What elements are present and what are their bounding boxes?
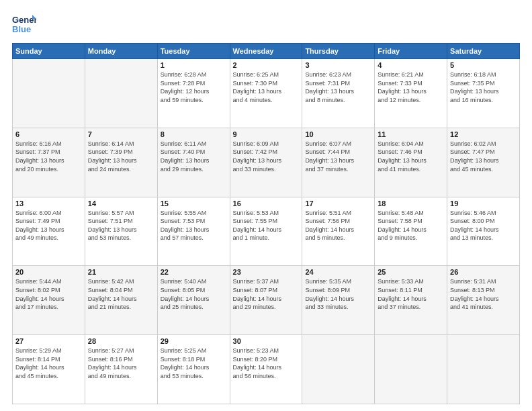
day-detail: Sunrise: 6:16 AM Sunset: 7:37 PM Dayligh…	[15, 140, 82, 173]
day-detail: Sunrise: 5:55 AM Sunset: 7:53 PM Dayligh…	[161, 209, 227, 242]
day-detail: Sunrise: 6:14 AM Sunset: 7:39 PM Dayligh…	[88, 140, 154, 173]
day-detail: Sunrise: 5:40 AM Sunset: 8:05 PM Dayligh…	[161, 277, 227, 311]
day-number: 15	[161, 199, 227, 208]
day-number: 19	[450, 199, 517, 208]
day-number: 24	[305, 268, 371, 276]
day-detail: Sunrise: 5:35 AM Sunset: 8:09 PM Dayligh…	[305, 277, 371, 311]
header: General Blue	[12, 12, 520, 36]
day-detail: Sunrise: 5:29 AM Sunset: 8:14 PM Dayligh…	[15, 347, 82, 380]
calendar-cell: 15Sunrise: 5:55 AM Sunset: 7:53 PM Dayli…	[157, 197, 230, 266]
day-detail: Sunrise: 6:02 AM Sunset: 7:47 PM Dayligh…	[450, 140, 517, 173]
day-number: 21	[88, 268, 154, 276]
calendar-cell: 11Sunrise: 6:04 AM Sunset: 7:46 PM Dayli…	[375, 128, 447, 197]
day-number: 8	[161, 130, 227, 138]
calendar-cell: 25Sunrise: 5:33 AM Sunset: 8:11 PM Dayli…	[375, 266, 447, 335]
calendar-cell: 30Sunrise: 5:23 AM Sunset: 8:20 PM Dayli…	[230, 335, 302, 404]
day-number: 12	[450, 130, 517, 138]
calendar-cell: 18Sunrise: 5:48 AM Sunset: 7:58 PM Dayli…	[375, 197, 447, 266]
calendar-cell: 2Sunrise: 6:25 AM Sunset: 7:30 PM Daylig…	[230, 59, 302, 128]
calendar-cell: 4Sunrise: 6:21 AM Sunset: 7:33 PM Daylig…	[375, 59, 447, 128]
calendar-cell: 19Sunrise: 5:46 AM Sunset: 8:00 PM Dayli…	[447, 197, 520, 266]
day-detail: Sunrise: 5:37 AM Sunset: 8:07 PM Dayligh…	[233, 277, 300, 311]
calendar-cell: 24Sunrise: 5:35 AM Sunset: 8:09 PM Dayli…	[302, 266, 375, 335]
day-number: 22	[161, 268, 227, 276]
day-detail: Sunrise: 6:23 AM Sunset: 7:31 PM Dayligh…	[305, 71, 371, 104]
calendar-week-row: 6Sunrise: 6:16 AM Sunset: 7:37 PM Daylig…	[13, 128, 520, 197]
day-detail: Sunrise: 5:46 AM Sunset: 8:00 PM Dayligh…	[450, 209, 517, 242]
calendar-cell	[85, 59, 157, 128]
calendar-cell	[375, 335, 447, 404]
day-detail: Sunrise: 5:48 AM Sunset: 7:58 PM Dayligh…	[378, 209, 444, 242]
day-detail: Sunrise: 5:57 AM Sunset: 7:51 PM Dayligh…	[88, 209, 154, 242]
calendar-cell	[13, 59, 85, 128]
day-number: 26	[450, 268, 517, 276]
day-detail: Sunrise: 6:00 AM Sunset: 7:49 PM Dayligh…	[15, 209, 82, 242]
day-number: 2	[233, 61, 300, 69]
calendar-cell	[302, 335, 375, 404]
day-number: 29	[161, 337, 227, 345]
calendar-cell: 13Sunrise: 6:00 AM Sunset: 7:49 PM Dayli…	[13, 197, 85, 266]
page-container: General Blue SundayMondayTuesdayWednesda…	[0, 0, 532, 411]
calendar-cell: 12Sunrise: 6:02 AM Sunset: 7:47 PM Dayli…	[447, 128, 520, 197]
day-number: 3	[305, 61, 371, 69]
day-number: 4	[378, 61, 444, 69]
day-number: 28	[88, 337, 154, 345]
calendar-cell	[447, 335, 520, 404]
day-number: 14	[88, 199, 154, 208]
calendar-cell: 27Sunrise: 5:29 AM Sunset: 8:14 PM Dayli…	[13, 335, 85, 404]
day-number: 16	[233, 199, 300, 208]
day-detail: Sunrise: 6:25 AM Sunset: 7:30 PM Dayligh…	[233, 71, 300, 104]
day-detail: Sunrise: 5:31 AM Sunset: 8:13 PM Dayligh…	[450, 277, 517, 311]
calendar-cell: 6Sunrise: 6:16 AM Sunset: 7:37 PM Daylig…	[13, 128, 85, 197]
day-header-tuesday: Tuesday	[157, 44, 230, 59]
calendar-cell: 21Sunrise: 5:42 AM Sunset: 8:04 PM Dayli…	[85, 266, 157, 335]
calendar-cell: 20Sunrise: 5:44 AM Sunset: 8:02 PM Dayli…	[13, 266, 85, 335]
day-detail: Sunrise: 6:21 AM Sunset: 7:33 PM Dayligh…	[378, 71, 444, 104]
calendar-cell: 5Sunrise: 6:18 AM Sunset: 7:35 PM Daylig…	[447, 59, 520, 128]
day-detail: Sunrise: 6:04 AM Sunset: 7:46 PM Dayligh…	[378, 140, 444, 173]
calendar-cell: 10Sunrise: 6:07 AM Sunset: 7:44 PM Dayli…	[302, 128, 375, 197]
calendar-table: SundayMondayTuesdayWednesdayThursdayFrid…	[12, 43, 520, 404]
logo-svg: General Blue	[12, 12, 36, 36]
calendar-cell: 9Sunrise: 6:09 AM Sunset: 7:42 PM Daylig…	[230, 128, 302, 197]
calendar-week-row: 13Sunrise: 6:00 AM Sunset: 7:49 PM Dayli…	[13, 197, 520, 266]
calendar-cell: 28Sunrise: 5:27 AM Sunset: 8:16 PM Dayli…	[85, 335, 157, 404]
day-detail: Sunrise: 6:11 AM Sunset: 7:40 PM Dayligh…	[161, 140, 227, 173]
calendar-week-row: 20Sunrise: 5:44 AM Sunset: 8:02 PM Dayli…	[13, 266, 520, 335]
day-header-sunday: Sunday	[13, 44, 85, 59]
calendar-cell: 7Sunrise: 6:14 AM Sunset: 7:39 PM Daylig…	[85, 128, 157, 197]
day-header-saturday: Saturday	[447, 44, 520, 59]
day-number: 1	[161, 61, 227, 69]
svg-text:Blue: Blue	[12, 24, 31, 34]
calendar-cell: 14Sunrise: 5:57 AM Sunset: 7:51 PM Dayli…	[85, 197, 157, 266]
day-number: 17	[305, 199, 371, 208]
day-number: 11	[378, 130, 444, 138]
calendar-cell: 26Sunrise: 5:31 AM Sunset: 8:13 PM Dayli…	[447, 266, 520, 335]
day-detail: Sunrise: 6:07 AM Sunset: 7:44 PM Dayligh…	[305, 140, 371, 173]
day-header-monday: Monday	[85, 44, 157, 59]
day-detail: Sunrise: 6:18 AM Sunset: 7:35 PM Dayligh…	[450, 71, 517, 104]
day-number: 23	[233, 268, 300, 276]
calendar-cell: 29Sunrise: 5:25 AM Sunset: 8:18 PM Dayli…	[157, 335, 230, 404]
day-number: 27	[15, 337, 82, 345]
logo: General Blue	[12, 12, 36, 36]
day-detail: Sunrise: 5:27 AM Sunset: 8:16 PM Dayligh…	[88, 347, 154, 380]
day-detail: Sunrise: 5:42 AM Sunset: 8:04 PM Dayligh…	[88, 277, 154, 311]
calendar-cell: 1Sunrise: 6:28 AM Sunset: 7:28 PM Daylig…	[157, 59, 230, 128]
day-header-friday: Friday	[375, 44, 447, 59]
calendar-body: 1Sunrise: 6:28 AM Sunset: 7:28 PM Daylig…	[13, 59, 520, 404]
day-detail: Sunrise: 5:25 AM Sunset: 8:18 PM Dayligh…	[161, 347, 227, 380]
day-number: 25	[378, 268, 444, 276]
day-detail: Sunrise: 5:33 AM Sunset: 8:11 PM Dayligh…	[378, 277, 444, 311]
calendar-cell: 17Sunrise: 5:51 AM Sunset: 7:56 PM Dayli…	[302, 197, 375, 266]
day-number: 6	[15, 130, 82, 138]
calendar-week-row: 27Sunrise: 5:29 AM Sunset: 8:14 PM Dayli…	[13, 335, 520, 404]
day-number: 10	[305, 130, 371, 138]
calendar-cell: 16Sunrise: 5:53 AM Sunset: 7:55 PM Dayli…	[230, 197, 302, 266]
day-number: 18	[378, 199, 444, 208]
day-detail: Sunrise: 5:51 AM Sunset: 7:56 PM Dayligh…	[305, 209, 371, 242]
day-number: 30	[233, 337, 300, 345]
day-number: 20	[15, 268, 82, 276]
day-number: 7	[88, 130, 154, 138]
calendar-cell: 22Sunrise: 5:40 AM Sunset: 8:05 PM Dayli…	[157, 266, 230, 335]
